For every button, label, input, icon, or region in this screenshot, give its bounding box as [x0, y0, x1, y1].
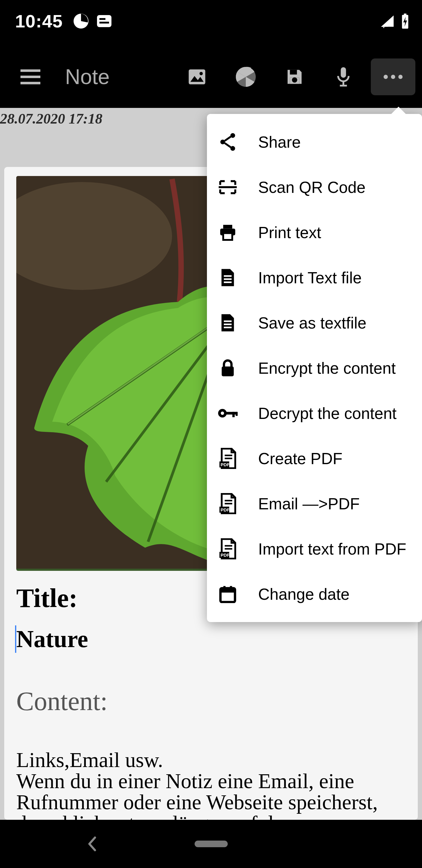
news-badge-icon — [97, 15, 111, 27]
image-icon — [187, 67, 207, 87]
menu-item-label: Import Text file — [258, 269, 362, 287]
file-save-icon — [218, 313, 238, 333]
menu-item-label: Decrypt the content — [258, 404, 397, 423]
note-body-line: Links,Email usw. — [16, 749, 406, 771]
mic-button[interactable] — [319, 53, 368, 101]
overflow-menu: Share Scan QR Code Print text Import Tex… — [207, 114, 422, 622]
status-right-icons: x — [380, 13, 410, 29]
svg-text:PDF: PDF — [221, 462, 230, 467]
system-nav-bar — [0, 820, 422, 868]
svg-text:x: x — [382, 24, 385, 28]
svg-rect-3 — [99, 22, 109, 24]
svg-point-20 — [384, 75, 388, 79]
svg-rect-62 — [224, 586, 226, 590]
svg-rect-2 — [99, 18, 105, 20]
app-bar: Note — [0, 46, 422, 108]
chevron-left-icon — [86, 835, 98, 852]
svg-rect-61 — [221, 588, 235, 593]
more-horizontal-icon — [383, 74, 403, 79]
pdf-icon: PDF — [218, 539, 238, 559]
mic-icon — [336, 66, 351, 87]
status-bar: 10:45 x — [0, 0, 422, 42]
svg-rect-7 — [21, 69, 40, 72]
menu-item-decrypt[interactable]: Decrypt the content — [207, 391, 422, 436]
menu-item-import-text[interactable]: Import Text file — [207, 255, 422, 300]
status-left-icons — [73, 13, 111, 29]
app-title: Note — [65, 65, 110, 89]
content-label: Content: — [16, 686, 406, 716]
svg-rect-42 — [222, 367, 234, 376]
insert-image-button[interactable] — [172, 53, 221, 101]
battery-charging-icon — [400, 13, 410, 29]
note-body-line: Wenn du in einer Notiz eine Email, eine … — [16, 771, 406, 820]
aperture-icon — [235, 66, 257, 88]
svg-rect-45 — [226, 412, 237, 415]
svg-rect-36 — [224, 275, 232, 277]
menu-item-label: Save as textfile — [258, 314, 366, 332]
svg-point-44 — [221, 412, 224, 415]
svg-text:PDF: PDF — [221, 553, 230, 558]
svg-point-16 — [292, 78, 297, 83]
share-icon — [218, 132, 238, 152]
svg-point-22 — [398, 75, 403, 79]
signal-icon: x — [380, 14, 395, 28]
menu-item-email-pdf[interactable]: PDF Email —>PDF — [207, 481, 422, 526]
qr-icon — [218, 177, 238, 197]
title-input[interactable]: Nature — [16, 625, 88, 653]
data-saver-icon — [73, 13, 89, 29]
svg-rect-41 — [224, 327, 232, 328]
svg-rect-40 — [224, 324, 232, 325]
svg-rect-13 — [290, 70, 297, 75]
menu-item-scan-qr[interactable]: Scan QR Code — [207, 164, 422, 210]
menu-item-label: Share — [258, 133, 301, 151]
home-handle[interactable] — [195, 841, 228, 847]
svg-rect-37 — [224, 278, 232, 280]
text-cursor-icon — [15, 625, 16, 653]
title-value: Nature — [16, 626, 88, 652]
svg-rect-47 — [235, 412, 238, 416]
back-button[interactable] — [86, 835, 98, 852]
menu-item-label: Encrypt the content — [258, 359, 396, 377]
menu-item-import-pdf[interactable]: PDF Import text from PDF — [207, 526, 422, 571]
menu-item-change-date[interactable]: Change date — [207, 571, 422, 617]
pdf-icon: PDF — [218, 448, 238, 468]
menu-item-create-pdf[interactable]: PDF Create PDF — [207, 436, 422, 481]
svg-rect-46 — [232, 412, 235, 417]
menu-button[interactable] — [11, 57, 50, 96]
menu-item-save-text[interactable]: Save as textfile — [207, 300, 422, 345]
menu-item-label: Scan QR Code — [258, 178, 365, 196]
calendar-icon — [218, 584, 238, 604]
svg-rect-35 — [223, 233, 232, 240]
svg-rect-63 — [230, 586, 232, 590]
menu-item-label: Email —>PDF — [258, 495, 360, 513]
svg-line-30 — [225, 136, 231, 141]
svg-rect-17 — [341, 67, 346, 78]
print-icon — [218, 222, 238, 242]
menu-item-encrypt[interactable]: Encrypt the content — [207, 345, 422, 391]
camera-button[interactable] — [221, 53, 270, 101]
menu-item-print[interactable]: Print text — [207, 210, 422, 255]
svg-rect-10 — [189, 69, 205, 84]
menu-item-label: Print text — [258, 223, 321, 242]
hamburger-icon — [21, 69, 40, 84]
svg-rect-39 — [224, 320, 232, 322]
status-time: 10:45 — [15, 11, 63, 32]
key-icon — [218, 403, 238, 423]
menu-item-share[interactable]: Share — [207, 119, 422, 164]
menu-item-label: Create PDF — [258, 450, 343, 468]
svg-rect-33 — [223, 225, 232, 229]
svg-rect-38 — [224, 281, 232, 283]
svg-line-31 — [225, 143, 231, 147]
more-button[interactable] — [371, 59, 415, 95]
menu-item-label: Change date — [258, 585, 350, 603]
floppy-icon — [285, 67, 304, 86]
note-date: 28.07.2020 17:18 — [0, 110, 102, 127]
save-button[interactable] — [270, 53, 319, 101]
lock-icon — [218, 358, 238, 378]
svg-rect-6 — [404, 13, 406, 16]
note-body[interactable]: Links,Email usw. Wenn du in einer Notiz … — [16, 749, 406, 820]
svg-point-11 — [199, 72, 203, 75]
menu-item-label: Import text from PDF — [258, 540, 406, 558]
svg-point-21 — [391, 75, 395, 79]
pdf-icon: PDF — [218, 494, 238, 514]
